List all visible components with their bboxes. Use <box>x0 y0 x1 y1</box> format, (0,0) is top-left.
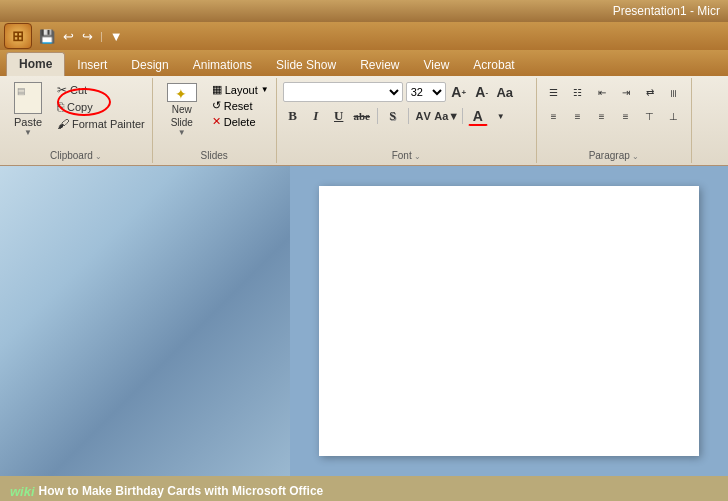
wiki-label: wiki <box>10 484 35 499</box>
font-row2: B I U abe S AV Aa▼ A ▼ <box>281 104 513 128</box>
save-button[interactable]: 💾 <box>36 27 58 46</box>
font-expand-icon[interactable]: ⌄ <box>414 152 421 161</box>
tab-acrobat[interactable]: Acrobat <box>461 54 526 76</box>
decrease-font-button[interactable]: A- <box>472 82 492 102</box>
paste-dropdown-icon: ▼ <box>24 128 32 137</box>
font-sep2 <box>408 108 409 124</box>
font-label: Font <box>392 150 412 163</box>
shadow-button[interactable]: S <box>383 106 403 126</box>
slide-panel <box>0 166 290 476</box>
tab-animations[interactable]: Animations <box>181 54 264 76</box>
align-top-button[interactable]: ⊤ <box>639 106 661 126</box>
para-expand-icon[interactable]: ⌄ <box>632 152 639 161</box>
decrease-indent-button[interactable]: ⇤ <box>591 82 613 102</box>
char-spacing-button[interactable]: AV <box>414 106 434 126</box>
align-left-button[interactable]: ≡ <box>543 106 565 126</box>
bottom-bar: wiki How to Make Birthday Cards with Mic… <box>0 476 728 501</box>
slide-canvas <box>319 186 699 456</box>
copy-button[interactable]: ⎘ Copy <box>54 99 148 115</box>
clear-formatting-button[interactable]: Aa <box>495 82 515 102</box>
font-label-row: Font ⌄ <box>281 150 532 163</box>
tab-design[interactable]: Design <box>119 54 180 76</box>
font-color-button[interactable]: A <box>468 106 488 126</box>
main-wrapper: wiki How to Make Birthday Cards with Mic… <box>0 166 728 501</box>
scissors-icon: ✂ <box>57 83 67 97</box>
clipboard-content: ▤ Paste ▼ ✂ Cut ⎘ Copy 🖌 Format Paint <box>4 80 148 150</box>
cut-button[interactable]: ✂ Cut <box>54 82 148 98</box>
font-name-select[interactable] <box>283 82 403 102</box>
undo-button[interactable]: ↩ <box>60 27 77 46</box>
copy-icon: ⎘ <box>57 100 64 114</box>
italic-button[interactable]: I <box>306 106 326 126</box>
cut-label: Cut <box>70 84 87 96</box>
clipboard-expand-icon[interactable]: ⌄ <box>95 152 102 161</box>
format-painter-label: Format Painter <box>72 118 145 130</box>
office-button[interactable]: ⊞ <box>4 23 32 49</box>
slides-group: ✦ New Slide ▼ ▦ Layout ▼ ↺ Reset ✕ Del <box>153 78 277 163</box>
ribbon: ▤ Paste ▼ ✂ Cut ⎘ Copy 🖌 Format Paint <box>0 76 728 166</box>
new-slide-dropdown-icon: ▼ <box>178 128 186 137</box>
bold-button[interactable]: B <box>283 106 303 126</box>
align-middle-button[interactable]: ⊥ <box>663 106 685 126</box>
font-row1: 32 A+ A- Aa <box>281 80 517 104</box>
para-row1: ☰ ☷ ⇤ ⇥ ⇄ ⫼ <box>541 80 687 104</box>
font-group: 32 A+ A- Aa B I U abe S AV Aa▼ A ▼ Font … <box>277 78 537 163</box>
paragraph-group: ☰ ☷ ⇤ ⇥ ⇄ ⫼ ≡ ≡ ≡ ≡ ⊤ ⊥ Paragrap ⌄ <box>537 78 692 163</box>
bullets-button[interactable]: ☰ <box>543 82 565 102</box>
tab-insert[interactable]: Insert <box>65 54 119 76</box>
copy-label: Copy <box>67 101 93 113</box>
format-painter-icon: 🖌 <box>57 117 69 131</box>
tab-slideshow[interactable]: Slide Show <box>264 54 348 76</box>
layout-icon: ▦ <box>212 83 222 96</box>
paste-button[interactable]: ▤ Paste ▼ <box>4 80 52 140</box>
justify-button[interactable]: ≡ <box>615 106 637 126</box>
paragraph-label: Paragrap <box>589 150 630 163</box>
delete-icon: ✕ <box>212 115 221 128</box>
qa-dropdown-button[interactable]: ▼ <box>107 27 126 46</box>
top-bar: ⊞ 💾 ↩ ↪ | ▼ <box>0 22 728 50</box>
slides-content: ✦ New Slide ▼ ▦ Layout ▼ ↺ Reset ✕ Del <box>157 80 272 150</box>
change-case-button[interactable]: Aa▼ <box>437 106 457 126</box>
tab-view[interactable]: View <box>412 54 462 76</box>
reset-button[interactable]: ↺ Reset <box>209 98 272 113</box>
align-right-button[interactable]: ≡ <box>591 106 613 126</box>
font-size-select[interactable]: 32 <box>406 82 446 102</box>
delete-button[interactable]: ✕ Delete <box>209 114 272 129</box>
layout-dropdown-icon: ▼ <box>261 85 269 94</box>
strikethrough-button[interactable]: abe <box>352 106 372 126</box>
tab-home[interactable]: Home <box>6 52 65 76</box>
rtl-button[interactable]: ⇄ <box>639 82 661 102</box>
wiki-text: wiki <box>10 484 35 499</box>
layout-button[interactable]: ▦ Layout ▼ <box>209 82 272 97</box>
increase-font-button[interactable]: A+ <box>449 82 469 102</box>
redo-button[interactable]: ↪ <box>79 27 96 46</box>
slides-label-row: Slides <box>157 150 272 163</box>
quick-access-toolbar: 💾 ↩ ↪ | ▼ <box>36 27 126 46</box>
clipboard-label-row: Clipboard ⌄ <box>4 150 148 163</box>
columns-button[interactable]: ⫼ <box>663 82 685 102</box>
paste-icon: ▤ <box>12 83 44 114</box>
paste-label: Paste <box>14 116 42 128</box>
tab-review[interactable]: Review <box>348 54 411 76</box>
para-label-row: Paragrap ⌄ <box>541 150 687 163</box>
title-bar-text: Presentation1 - Micr <box>613 4 720 18</box>
format-painter-button[interactable]: 🖌 Format Painter <box>54 116 148 132</box>
new-slide-icon: ✦ <box>167 83 197 102</box>
how-to-text: How to Make Birthday Cards with Microsof… <box>39 484 324 498</box>
ribbon-tabs: Home Insert Design Animations Slide Show… <box>0 50 728 76</box>
clipboard-label: Clipboard <box>50 150 93 163</box>
slides-label: Slides <box>201 150 228 163</box>
slide-star-icon: ✦ <box>175 86 187 102</box>
para-row2: ≡ ≡ ≡ ≡ ⊤ ⊥ <box>541 104 687 128</box>
font-color-dropdown[interactable]: ▼ <box>491 106 511 126</box>
delete-label: Delete <box>224 116 256 128</box>
numbering-button[interactable]: ☷ <box>567 82 589 102</box>
underline-button[interactable]: U <box>329 106 349 126</box>
align-center-button[interactable]: ≡ <box>567 106 589 126</box>
clipboard-group: ▤ Paste ▼ ✂ Cut ⎘ Copy 🖌 Format Paint <box>0 78 153 163</box>
slide-canvas-area[interactable] <box>290 166 728 476</box>
reset-icon: ↺ <box>212 99 221 112</box>
increase-indent-button[interactable]: ⇥ <box>615 82 637 102</box>
main-area <box>0 166 728 476</box>
new-slide-button[interactable]: ✦ New Slide ▼ <box>157 80 207 140</box>
